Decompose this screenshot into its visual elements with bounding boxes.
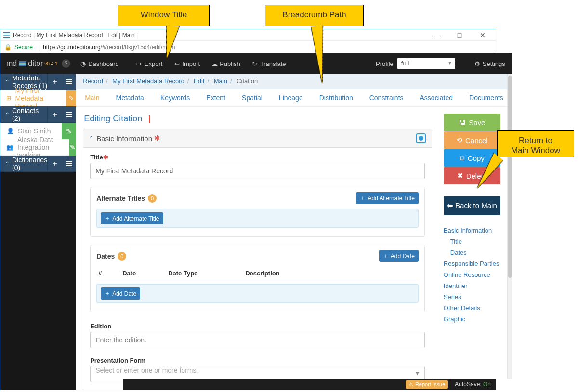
toc-link-online-resource[interactable]: Online Resource — [444, 269, 500, 280]
subpanel-alternate-titles: Alternate Titles 0 ＋Add Alternate Title … — [90, 187, 425, 237]
toc-link-dates[interactable]: Dates — [444, 247, 500, 258]
profile-value: full — [397, 58, 455, 69]
add-dictionary-button[interactable]: ＋ — [47, 156, 62, 172]
nav-import[interactable]: ↤Import — [174, 60, 200, 67]
gear-icon: ⚙ — [474, 60, 480, 67]
cancel-button[interactable]: ⟲Cancel — [444, 131, 500, 149]
nav-settings[interactable]: ⚙Settings — [474, 60, 505, 67]
callout-return-main: Return to Main Window — [497, 130, 574, 157]
toc-link-title[interactable]: Title — [444, 236, 500, 247]
toc-link-basic-information[interactable]: Basic Information — [444, 225, 500, 236]
window-minimize-button[interactable]: — — [429, 31, 444, 39]
col-date-type: Date Type — [168, 270, 245, 277]
tab-metadata[interactable]: Metadata — [116, 94, 144, 102]
panel-header[interactable]: ⌃ Basic Information ✱ — [83, 129, 432, 148]
toc-link-other-details[interactable]: Other Details — [444, 302, 500, 314]
add-alternate-title-button[interactable]: ＋Add Alternate Title — [356, 192, 418, 204]
nav-publish[interactable]: ☁Publish — [211, 60, 240, 67]
tab-constraints[interactable]: Constraints — [369, 94, 404, 102]
panel-title: Basic Information — [96, 134, 152, 143]
report-issue-button[interactable]: ⚠Report Issue — [406, 380, 448, 389]
window-close-button[interactable]: ✕ — [475, 31, 490, 39]
nav-label: Dashboard — [88, 60, 119, 67]
breadcrumb: Record/ My First Metadata Record/ Edit/ … — [76, 74, 512, 89]
button-label: Back to Main — [455, 201, 497, 209]
nav-label: Translate — [260, 60, 286, 67]
arrow-left-icon: ⬅ — [447, 201, 453, 209]
button-label: Add Date — [112, 290, 136, 297]
brand[interactable]: md ditor v0.4.1 ? — [0, 53, 76, 74]
title-input[interactable] — [90, 163, 425, 179]
add-contact-button[interactable]: ＋ — [47, 106, 62, 123]
url-path: /#/record/0kgv15d4/edit/main — [101, 44, 175, 51]
list-icon[interactable] — [62, 106, 76, 123]
share-icon: ☁ — [211, 60, 217, 67]
toc-link-series[interactable]: Series — [444, 291, 500, 302]
breadcrumb-item[interactable]: Main — [214, 78, 227, 85]
add-date-inline-button[interactable]: ＋Add Date — [101, 287, 140, 300]
save-button[interactable]: 🖫Save — [444, 114, 500, 131]
button-label: Add Date — [391, 253, 415, 260]
plus-icon: ＋ — [105, 289, 110, 298]
add-alternate-title-inline-button[interactable]: ＋Add Alternate Title — [101, 212, 163, 224]
nav-label: Publish — [220, 60, 240, 67]
col-date: Date — [122, 270, 168, 277]
add-date-button[interactable]: ＋Add Date — [379, 250, 419, 262]
col-description: Description — [245, 270, 417, 277]
autosave-label: AutoSave: — [455, 381, 481, 388]
plus-icon: ＋ — [360, 194, 366, 202]
callout-text: Window Title — [141, 10, 187, 19]
warning-icon: ❗ — [145, 115, 154, 123]
breadcrumb-item[interactable]: My First Metadata Record — [112, 78, 184, 85]
tab-associated[interactable]: Associated — [420, 94, 453, 102]
tab-keywords[interactable]: Keywords — [160, 94, 190, 102]
edition-input[interactable] — [90, 332, 425, 348]
toc-link-graphic[interactable]: Graphic — [444, 314, 500, 325]
person-icon: 👤 — [6, 128, 14, 134]
callout-text: Breadcrumb Path — [282, 10, 346, 19]
scrollbar-thumb[interactable] — [508, 76, 512, 278]
sidebar-item-alaska-data[interactable]: 👥 Alaska Data Integration working… ✎ — [0, 139, 76, 156]
nav-label: Export — [144, 60, 163, 67]
profile-label: Profile — [376, 60, 394, 67]
tab-extent[interactable]: Extent — [206, 94, 225, 102]
nav-export[interactable]: ↦Export — [136, 60, 163, 67]
nav-dashboard[interactable]: ◔Dashboard — [80, 60, 119, 67]
lock-icon: 🔒 — [4, 44, 12, 51]
nav-translate[interactable]: ↻Translate — [252, 60, 286, 67]
scrollbar[interactable] — [507, 74, 512, 379]
tab-lineage[interactable]: Lineage — [279, 94, 303, 102]
back-to-main-button[interactable]: ⬅ Back to Main — [444, 196, 500, 215]
button-label: Save — [469, 118, 485, 127]
help-icon[interactable]: ? — [62, 59, 70, 68]
page-subtitle: Editing Citation ❗ — [84, 114, 432, 124]
panel-toggle-icon[interactable] — [416, 133, 426, 143]
action-column: 🖫Save ⟲Cancel ⧉Copy ✖Delete ⬅ Back to Ma… — [444, 114, 500, 380]
list-icon[interactable] — [62, 156, 76, 172]
toc-link-responsible-parties[interactable]: Responsible Parties — [444, 258, 500, 269]
tab-documents[interactable]: Documents — [469, 94, 503, 102]
undo-icon: ⟲ — [456, 136, 462, 144]
breadcrumb-item[interactable]: Record — [83, 78, 103, 85]
browser-urlbar[interactable]: 🔒 Secure | https://go.mdeditor.org/#/rec… — [0, 41, 496, 53]
window-maximize-button[interactable]: □ — [452, 31, 467, 39]
pencil-icon[interactable]: ✎ — [66, 90, 76, 106]
pencil-icon[interactable]: ✎ — [69, 139, 76, 156]
profile-select[interactable]: full ▼ — [397, 58, 455, 69]
sidebar-section-dictionaries[interactable]: ⌃ Dictionaries (0) ＋ — [0, 156, 76, 172]
plus-icon: ＋ — [383, 252, 389, 260]
sidebar-section-contacts[interactable]: ⌃ Contacts (2) ＋ — [0, 106, 76, 123]
sidebar-item-label: Stan Smith — [18, 127, 51, 135]
tab-distribution[interactable]: Distribution — [319, 94, 353, 102]
window-title-text: Record | My First Metadata Record | Edit… — [13, 32, 138, 39]
button-label: Add Alternate Title — [112, 215, 159, 222]
toc-link-identifier[interactable]: Identifier — [444, 280, 500, 291]
tab-main[interactable]: Main — [85, 94, 99, 102]
sidebar-item-my-first-record[interactable]: ⊞ My First Metadata Record ✎ — [0, 90, 76, 106]
page-subtitle-text: Editing Citation — [84, 114, 142, 124]
tab-spatial[interactable]: Spatial — [242, 94, 263, 102]
grid-icon: ⊞ — [6, 95, 12, 102]
breadcrumb-item[interactable]: Edit — [194, 78, 204, 85]
callout-text: Return to Main Window — [511, 136, 560, 155]
sidebar-section-title: Contacts (2) — [12, 107, 47, 122]
